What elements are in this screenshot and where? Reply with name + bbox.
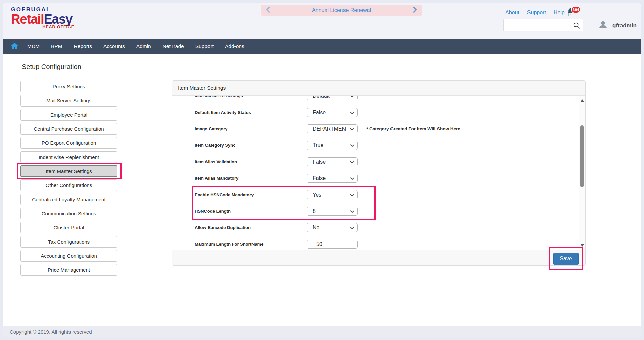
sidebar-item[interactable]: Other Configurations — [20, 179, 117, 191]
chevron-right-icon — [413, 6, 418, 14]
sidebar-item-label: Price Management — [48, 267, 90, 273]
sidebar-item[interactable]: Cluster Portal — [20, 222, 117, 233]
dropdown-select[interactable]: False — [307, 157, 358, 166]
copyright-text: Copyright © 2019. All rights reserved — [10, 329, 92, 335]
user-menu: gftadmin — [598, 20, 637, 31]
field-label: Default Item Activity Status — [195, 110, 307, 115]
header-link[interactable]: About — [505, 10, 519, 16]
sidebar-item[interactable]: Communication Settings — [20, 208, 117, 219]
dropdown-select[interactable]: No — [307, 223, 358, 232]
notification-count-badge[interactable]: 694 — [571, 6, 581, 13]
settings-form: Item Master UI Settings Default — [172, 96, 577, 250]
application-window: GOFRUGAL RetailEasy HEAD OFFICE Annual L… — [3, 3, 641, 337]
field-label: Enable HSNCode Mandatory — [195, 192, 307, 197]
banner-prev-button[interactable] — [265, 6, 270, 14]
field-label: Item Category Sync — [195, 143, 307, 148]
home-icon — [11, 43, 18, 50]
sidebar-item-label: Indent wise Replenishment — [39, 154, 99, 160]
sidebar-item[interactable]: Indent wise Replenishment — [20, 151, 117, 163]
main-nav-bar: MDM BPM Reports Accounts Admin NetTrade … — [3, 39, 641, 54]
nav-menu-item[interactable]: Add-ons — [219, 39, 250, 54]
user-avatar-icon — [598, 20, 608, 31]
dropdown-select[interactable]: Yes — [307, 190, 358, 199]
sidebar-item-label: Accounting Configuration — [41, 253, 97, 259]
scrollbar-thumb[interactable] — [580, 125, 584, 187]
chevron-left-icon — [265, 6, 270, 14]
nav-menu-item[interactable]: BPM — [45, 39, 68, 54]
save-highlight-box: Save — [549, 247, 583, 270]
header-link[interactable]: Support — [527, 10, 546, 16]
chevron-down-icon — [350, 126, 354, 132]
sidebar-item[interactable]: Centralized Loyalty Management — [20, 194, 117, 205]
sidebar-item[interactable]: PO Export Configuration — [20, 137, 117, 149]
settings-sidebar: Proxy Settings Mail Server Settings Empl… — [20, 81, 117, 278]
nav-menu-item[interactable]: Accounts — [98, 39, 131, 54]
chevron-down-icon — [350, 225, 354, 231]
form-row: Image Category DEPARTMENT * Category Cre — [172, 124, 577, 133]
dropdown-value: False — [313, 110, 326, 116]
nav-menu-item[interactable]: MDM — [21, 39, 45, 54]
nav-menu-item[interactable]: NetTrade — [157, 39, 190, 54]
form-row: Item Master UI Settings Default — [172, 96, 577, 100]
header-links: About Support Help — [505, 10, 572, 16]
field-label: Allow Eancode Duplication — [195, 225, 307, 230]
header-search-box — [503, 19, 583, 31]
app-logo: GOFRUGAL RetailEasy HEAD OFFICE — [11, 7, 74, 29]
nav-menu-item[interactable]: Admin — [131, 39, 157, 54]
sidebar-item[interactable]: Proxy Settings — [20, 81, 117, 92]
chevron-down-icon — [350, 192, 354, 198]
search-icon[interactable] — [573, 22, 580, 29]
chevron-down-icon — [350, 96, 354, 99]
link-separator — [523, 10, 523, 16]
sidebar-item-label: Cluster Portal — [54, 225, 84, 230]
header-link[interactable]: Help — [554, 10, 565, 16]
home-button[interactable] — [11, 43, 21, 50]
chevron-down-icon — [350, 159, 354, 165]
field-label: Item Alias Validation — [195, 159, 307, 164]
link-separator — [550, 10, 550, 16]
sidebar-item[interactable]: Price Management — [20, 264, 117, 276]
sidebar-item[interactable]: Mail Server Settings — [20, 95, 117, 107]
scroll-down-arrow-icon[interactable] — [580, 244, 584, 247]
chevron-down-icon — [350, 208, 354, 214]
banner-next-button[interactable] — [413, 6, 418, 14]
dropdown-select[interactable]: 8 — [307, 207, 358, 216]
top-header: GOFRUGAL RetailEasy HEAD OFFICE Annual L… — [3, 3, 641, 39]
dropdown-select[interactable]: Default — [307, 96, 358, 100]
chevron-down-icon — [350, 110, 354, 116]
sidebar-item[interactable]: Accounting Configuration — [20, 250, 117, 262]
nav-menu-item[interactable]: Reports — [68, 39, 98, 54]
scroll-up-arrow-icon[interactable] — [580, 99, 584, 102]
panel-header: Item Master Settings — [172, 81, 585, 96]
panel-body: Item Master UI Settings Default — [172, 96, 585, 250]
license-renewal-banner: Annual License Renewal — [261, 5, 422, 16]
sidebar-item[interactable]: Central Purchase Configuration — [20, 123, 117, 135]
sidebar-item-label: Item Master Settings — [46, 168, 92, 174]
dropdown-select[interactable]: False — [307, 174, 358, 183]
sidebar-item[interactable]: Tax Configurations — [20, 236, 117, 248]
nav-menu-item[interactable]: Support — [190, 39, 219, 54]
dropdown-value: Default — [313, 96, 330, 99]
form-row: Item Alias Validation False — [172, 157, 577, 166]
dropdown-select[interactable]: True — [307, 141, 358, 150]
sidebar-item-label: Central Purchase Configuration — [34, 126, 104, 132]
content-area: Setup Configuration Proxy Settings Mail … — [3, 54, 641, 326]
chevron-down-icon — [350, 142, 354, 148]
dropdown-value: No — [313, 225, 319, 231]
sidebar-item-label: Tax Configurations — [48, 239, 90, 245]
sidebar-item[interactable]: Item Master Settings — [20, 165, 117, 177]
sidebar-item-label: Communication Settings — [42, 211, 96, 216]
dropdown-select[interactable]: DEPARTMENT — [307, 124, 358, 133]
save-button[interactable]: Save — [553, 253, 579, 265]
panel-scrollbar[interactable] — [579, 96, 585, 250]
form-row: Allow Eancode Duplication No — [172, 223, 577, 232]
dropdown-select[interactable]: False — [307, 108, 358, 117]
search-input[interactable] — [504, 23, 573, 28]
sidebar-item[interactable]: Employee Portal — [20, 109, 117, 121]
text-input[interactable] — [307, 240, 357, 248]
header-divider — [593, 8, 593, 33]
dropdown-value: 8 — [313, 208, 316, 214]
banner-label: Annual License Renewal — [312, 7, 371, 13]
nav-menu: MDM BPM Reports Accounts Admin NetTrade … — [21, 39, 250, 54]
field-label: Maximum Length For ShortName — [195, 242, 307, 247]
